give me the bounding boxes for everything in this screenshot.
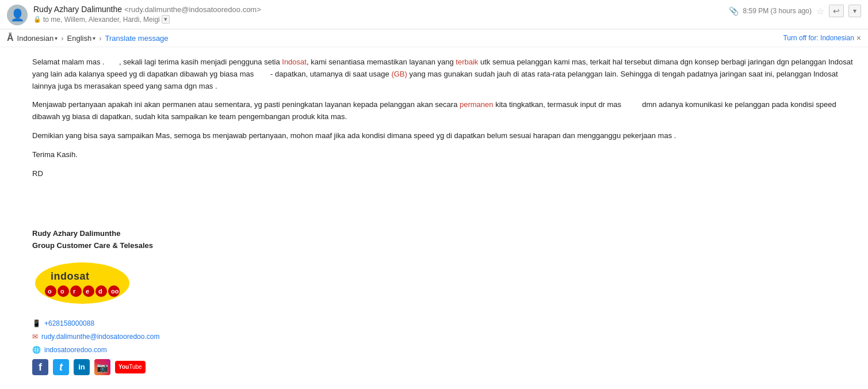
youtube-icon[interactable]: YouTube <box>115 361 146 373</box>
sender-email: <rudy.dalimunthe@indosatooredoo.com> <box>124 5 261 14</box>
turn-off-label: Turn off for: Indonesian <box>783 34 854 42</box>
sender-name: Rudy Azhary Dalimunthe <box>33 5 122 14</box>
svg-text:o: o <box>60 288 64 295</box>
sig-title: Group Customer Care & Telesales <box>32 240 859 252</box>
email-body: Selamat malam mas . , sekali lagi terima… <box>0 47 868 384</box>
more-icon: ▾ <box>853 7 856 15</box>
from-lang-arrow: ▾ <box>55 35 58 41</box>
to-arrow-separator: › <box>99 34 101 43</box>
paragraph-thanks: Terima Kasih. <box>32 149 859 161</box>
sender-info: 👤 Rudy Azhary Dalimunthe <rudy.dalimunth… <box>7 5 261 25</box>
logo-container: indosat o o r e d oo <box>32 260 859 310</box>
avatar: 👤 <box>7 5 28 25</box>
highlight-gb: (GB) <box>391 70 407 78</box>
sender-details: Rudy Azhary Dalimunthe <rudy.dalimunthe@… <box>33 5 261 24</box>
indosat-logo: indosat o o r e d oo <box>32 260 133 306</box>
arrow-separator: › <box>61 34 63 43</box>
website-link[interactable]: indosatooredoo.com <box>44 345 107 356</box>
svg-point-0 <box>35 262 129 304</box>
email-icon: ✉ <box>32 331 38 342</box>
svg-text:d: d <box>98 288 102 295</box>
svg-text:r: r <box>73 288 76 295</box>
phone-icon: 📱 <box>32 318 41 329</box>
attachment-icon: 📎 <box>729 6 739 16</box>
globe-icon: 🌐 <box>32 345 41 356</box>
to-lang-arrow: ▾ <box>93 35 95 41</box>
reply-icon: ↩ <box>833 6 840 16</box>
paragraph-initials: RD <box>32 168 859 180</box>
instagram-icon[interactable]: 📷 <box>94 359 110 375</box>
header-right: 📎 8:59 PM (3 hours ago) ☆ ↩ ▾ <box>729 5 861 17</box>
brand-indosat: Indosat <box>282 58 307 66</box>
email-line: ✉ rudy.dalimunthe@indosatooredoo.com <box>32 331 859 342</box>
paragraph-1: Selamat malam mas . , sekali lagi terima… <box>32 56 859 92</box>
translate-message-link[interactable]: Translate message <box>105 34 169 43</box>
svg-text:e: e <box>86 288 89 295</box>
to-line: 🔒 to me, Willem, Alexander, Hardi, Meigi… <box>33 15 261 24</box>
translate-left: Ā Indonesian ▾ › English ▾ › Translate m… <box>7 33 169 43</box>
linkedin-icon[interactable]: in <box>74 359 90 375</box>
translate-icon: Ā <box>7 33 14 43</box>
paragraph-2: Menjawab pertanyaan apakah ini akan perm… <box>32 99 859 123</box>
expand-recipients-button[interactable]: ▾ <box>162 15 170 24</box>
website-line: 🌐 indosatooredoo.com <box>32 345 859 356</box>
timestamp: 8:59 PM (3 hours ago) <box>743 7 812 15</box>
from-lang-label: Indonesian <box>17 34 54 43</box>
email-header: 👤 Rudy Azhary Dalimunthe <rudy.dalimunth… <box>0 0 868 29</box>
svg-text:indosat: indosat <box>51 270 90 282</box>
close-translate-icon[interactable]: × <box>856 33 861 43</box>
email-signature: Rudy Azhary Dalimunthe Group Customer Ca… <box>32 193 859 375</box>
twitter-icon[interactable]: t <box>53 359 69 375</box>
to-lang-label: English <box>67 34 92 43</box>
star-icon[interactable]: ☆ <box>816 6 824 17</box>
phone-link[interactable]: +628158000088 <box>44 318 94 329</box>
sig-name: Rudy Azhary Dalimunthe <box>32 228 859 240</box>
highlight-terbaik: terbaik <box>456 58 478 66</box>
svg-text:oo: oo <box>111 288 119 295</box>
svg-point-4 <box>70 285 82 297</box>
to-recipients: to me, Willem, Alexander, Hardi, Meigi <box>43 16 160 24</box>
to-language-dropdown[interactable]: English ▾ <box>67 34 96 43</box>
turn-off-translation[interactable]: Turn off for: Indonesian × <box>783 33 861 43</box>
svg-text:o: o <box>48 288 52 295</box>
more-options-button[interactable]: ▾ <box>848 5 861 17</box>
translate-bar: Ā Indonesian ▾ › English ▾ › Translate m… <box>0 29 868 47</box>
person-icon: 👤 <box>10 9 25 21</box>
social-icons: f t in 📷 YouTube <box>32 359 859 375</box>
paragraph-3: Demikian yang bisa saya sampaikan Mas, s… <box>32 130 859 142</box>
lock-icon: 🔒 <box>33 16 41 23</box>
reply-button[interactable]: ↩ <box>829 5 844 17</box>
highlight-permanen: permanen <box>460 100 494 109</box>
facebook-icon[interactable]: f <box>32 359 48 375</box>
email-link[interactable]: rudy.dalimunthe@indosatooredoo.com <box>41 331 159 342</box>
phone-line: 📱 +628158000088 <box>32 318 859 329</box>
from-language-dropdown[interactable]: Indonesian ▾ <box>17 34 58 43</box>
